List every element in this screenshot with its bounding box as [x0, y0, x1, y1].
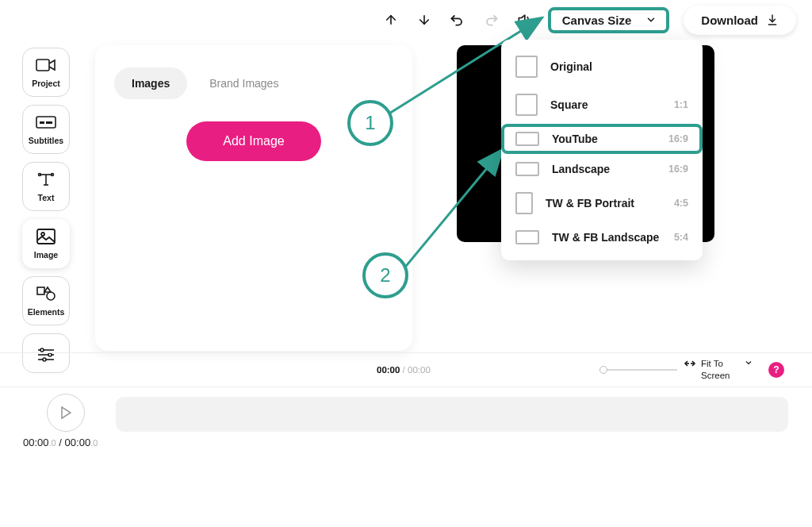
- left-nav: Project Subtitles Text Image Elements: [22, 48, 70, 373]
- sidebar-item-label: Subtitles: [29, 136, 63, 145]
- sidebar-item-label: Elements: [28, 307, 65, 317]
- counter-current-dec: .0: [49, 438, 56, 448]
- sidebar-item-project[interactable]: Project: [22, 48, 70, 97]
- sidebar-item-image[interactable]: Image: [22, 219, 70, 268]
- annotation-badge-2: 2: [362, 252, 408, 298]
- svg-rect-0: [36, 60, 49, 71]
- zoom-slider-thumb[interactable]: [599, 366, 607, 374]
- dropdown-item-ratio: 5:4: [674, 232, 688, 243]
- dropdown-item-original[interactable]: Original: [501, 48, 703, 86]
- timeline-area: 00:00.0 / 00:00.0: [0, 389, 812, 524]
- canvas-size-button[interactable]: Canvas Size: [548, 7, 670, 33]
- chevron-down-icon: [744, 358, 753, 367]
- counter-duration-dec: .0: [90, 438, 98, 448]
- subtitles-icon: [34, 113, 58, 131]
- image-panel: Images Brand Images Add Image: [95, 45, 412, 351]
- aspect-thumb-icon: [515, 192, 533, 214]
- time-label: 00:00 / 00:00: [377, 365, 431, 375]
- tab-brand-images[interactable]: Brand Images: [192, 67, 296, 99]
- dropdown-item-label: Original: [550, 60, 676, 73]
- aspect-thumb-icon: [515, 56, 538, 78]
- image-icon: [34, 228, 58, 245]
- timeline-track[interactable]: [116, 397, 788, 432]
- dropdown-item-label: Landscape: [552, 163, 656, 175]
- fit-to-screen[interactable]: Fit To Screen: [684, 358, 753, 382]
- svg-rect-2: [40, 121, 44, 124]
- svg-point-10: [40, 348, 44, 352]
- counter-duration: 00:00: [65, 437, 91, 448]
- svg-point-7: [41, 233, 44, 236]
- video-icon: [34, 56, 58, 74]
- download-button[interactable]: Download: [684, 6, 796, 35]
- annotation-arrow-2: [403, 146, 509, 273]
- text-icon: [34, 171, 58, 188]
- dropdown-item-tw-fb-landscape[interactable]: TW & FB Landscape 5:4: [501, 222, 703, 252]
- dropdown-item-ratio: 16:9: [668, 163, 688, 175]
- time-sep: /: [400, 365, 408, 375]
- counter-current: 00:00: [23, 437, 49, 448]
- svg-rect-6: [37, 229, 55, 244]
- fit-label: Fit To Screen: [701, 358, 739, 382]
- fit-icon: [684, 358, 696, 369]
- counter-sep: /: [56, 437, 65, 448]
- dropdown-item-ratio: 1:1: [674, 99, 688, 110]
- dropdown-item-tw-fb-portrait[interactable]: TW & FB Portrait 4:5: [501, 184, 703, 222]
- tab-images[interactable]: Images: [114, 67, 187, 99]
- play-button[interactable]: [47, 394, 85, 432]
- aspect-thumb-icon: [515, 94, 538, 116]
- aspect-thumb-icon: [515, 230, 539, 244]
- dropdown-item-label: YouTube: [552, 133, 656, 145]
- dropdown-item-label: TW & FB Portrait: [546, 197, 661, 210]
- play-icon: [60, 406, 71, 419]
- chevron-down-icon: [645, 14, 657, 25]
- svg-line-14: [403, 149, 503, 270]
- elements-icon: [34, 285, 58, 302]
- svg-rect-3: [46, 121, 52, 124]
- sidebar-item-label: Text: [38, 193, 55, 202]
- dropdown-item-label: Square: [550, 98, 661, 111]
- aspect-thumb-icon: [515, 132, 539, 146]
- dropdown-item-square[interactable]: Square 1:1: [501, 86, 703, 124]
- dropdown-item-youtube[interactable]: YouTube 16:9: [501, 124, 703, 154]
- dropdown-item-label: TW & FB Landscape: [552, 231, 661, 244]
- download-icon: [766, 13, 779, 26]
- add-image-button[interactable]: Add Image: [186, 121, 321, 161]
- dropdown-item-ratio: 16:9: [668, 133, 688, 144]
- download-label: Download: [701, 13, 758, 27]
- canvas-size-label: Canvas Size: [562, 13, 632, 27]
- sidebar-item-label: Image: [34, 250, 58, 260]
- aspect-thumb-icon: [515, 162, 539, 176]
- zoom-slider[interactable]: [599, 369, 677, 371]
- sidebar-item-text[interactable]: Text: [22, 162, 70, 211]
- time-bar: 00:00 / 00:00 Fit To Screen ?: [0, 352, 812, 387]
- canvas-size-dropdown: Original Square 1:1 YouTube 16:9 Landsca…: [501, 40, 703, 260]
- annotation-badge-1: 1: [347, 100, 393, 146]
- sidebar-item-elements[interactable]: Elements: [22, 276, 70, 325]
- svg-point-9: [47, 292, 55, 300]
- timeline-counter: 00:00.0 / 00:00.0: [23, 437, 98, 448]
- time-duration: 00:00: [408, 365, 431, 375]
- dropdown-item-landscape[interactable]: Landscape 16:9: [501, 154, 703, 184]
- tabs-row: Images Brand Images: [114, 67, 393, 99]
- sidebar-item-label: Project: [32, 79, 60, 88]
- sidebar-item-subtitles[interactable]: Subtitles: [22, 105, 70, 154]
- svg-rect-8: [37, 287, 44, 294]
- help-button[interactable]: ?: [768, 362, 784, 378]
- dropdown-item-ratio: 4:5: [674, 198, 688, 209]
- time-current: 00:00: [377, 365, 400, 375]
